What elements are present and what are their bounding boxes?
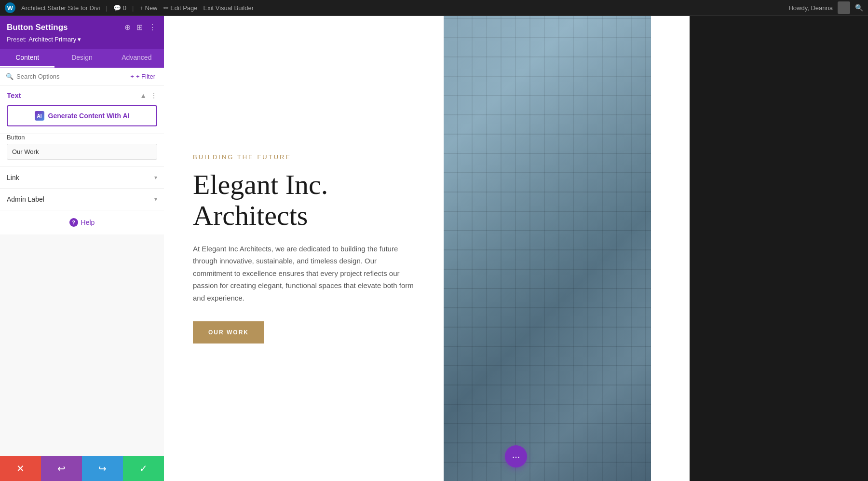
wordpress-icon[interactable]: W	[5, 2, 15, 13]
save-button[interactable]: ✓	[123, 456, 164, 481]
topbar-right: Howdy, Deanna 🔍	[788, 1, 863, 14]
link-section: Link ▾	[0, 167, 164, 189]
link-section-title: Link	[7, 174, 19, 181]
separator2: |	[132, 4, 134, 12]
layout-icon[interactable]: ⊞	[136, 22, 144, 33]
sidebar-tabs: Content Design Advanced	[0, 49, 164, 68]
new-button[interactable]: + New	[139, 4, 157, 12]
admin-label-title: Admin Label	[7, 195, 44, 203]
button-label-section: Button	[0, 134, 164, 167]
howdy-text: Howdy, Deanna	[788, 4, 833, 12]
search-icon[interactable]: 🔍	[855, 4, 863, 12]
fab-icon: ···	[512, 451, 520, 462]
main-area: Button Settings ⊕ ⊞ ⋮ Preset: Architect …	[0, 16, 868, 481]
tab-advanced[interactable]: Advanced	[109, 49, 164, 68]
search-icon: 🔍	[6, 73, 14, 80]
hero-body: At Elegant Inc Architects, we are dedica…	[193, 243, 415, 304]
hero-section: BUILDING THE FUTURE Elegant Inc. Archite…	[164, 16, 868, 481]
collapse-icon[interactable]: ▲	[140, 92, 147, 99]
canvas-area: BUILDING THE FUTURE Elegant Inc. Archite…	[164, 16, 868, 481]
building-image	[444, 16, 651, 481]
ai-icon: AI	[35, 111, 44, 121]
filter-button[interactable]: + + Filter	[127, 72, 158, 81]
dark-side-right	[690, 16, 868, 481]
preset-row: Preset: Architect Primary ▾ ◀━━━	[7, 36, 157, 43]
redo-button[interactable]: ↪	[82, 456, 123, 481]
button-text-input[interactable]	[7, 144, 157, 160]
more-options-icon[interactable]: ⋮	[148, 22, 157, 33]
link-section-header[interactable]: Link ▾	[0, 167, 164, 188]
preset-label: Preset:	[7, 36, 27, 43]
comment-icon: 💬	[113, 4, 121, 12]
separator: |	[106, 4, 107, 12]
sidebar-title: Button Settings	[7, 23, 68, 32]
text-section-icons: ▲ ⋮	[140, 92, 157, 99]
chevron-down-icon: ▾	[78, 36, 81, 43]
admin-label-section: Admin Label ▾	[0, 189, 164, 210]
admin-label-header[interactable]: Admin Label ▾	[0, 189, 164, 210]
sidebar-header: Button Settings ⊕ ⊞ ⋮ Preset: Architect …	[0, 16, 164, 49]
search-input[interactable]	[16, 73, 124, 80]
text-section-header[interactable]: Text ▲ ⋮	[0, 85, 164, 105]
chevron-down-icon-2: ▾	[154, 196, 157, 203]
exit-visual-builder-button[interactable]: Exit Visual Builder	[203, 4, 254, 12]
tab-design[interactable]: Design	[54, 49, 109, 68]
hero-cta-button[interactable]: OUR WORK	[193, 321, 264, 344]
sidebar: Button Settings ⊕ ⊞ ⋮ Preset: Architect …	[0, 16, 164, 481]
text-section-content: AI Generate Content With AI	[0, 105, 164, 133]
hero-title: Elegant Inc. Architects	[193, 169, 415, 231]
site-name[interactable]: Architect Starter Site for Divi	[21, 4, 100, 12]
page-preview: BUILDING THE FUTURE Elegant Inc. Archite…	[164, 16, 868, 481]
chevron-down-icon: ▾	[154, 174, 157, 181]
copy-icon[interactable]: ⊕	[123, 22, 132, 33]
text-section: Text ▲ ⋮ AI Generate Content With AI	[0, 85, 164, 133]
sidebar-title-row: Button Settings ⊕ ⊞ ⋮	[7, 22, 157, 33]
tab-content[interactable]: Content	[0, 49, 54, 68]
help-icon: ?	[69, 218, 78, 227]
fab-button[interactable]: ···	[505, 445, 527, 467]
preset-value[interactable]: Architect Primary ▾ ◀━━━	[28, 36, 81, 43]
ai-generate-button[interactable]: AI Generate Content With AI	[7, 105, 157, 126]
edit-page-button[interactable]: ✏ Edit Page	[163, 4, 198, 12]
sidebar-bottom: ✕ ↩ ↪ ✓	[0, 456, 164, 481]
building-overlay	[444, 16, 651, 481]
section-more-icon[interactable]: ⋮	[150, 92, 157, 99]
hero-subtitle: BUILDING THE FUTURE	[193, 153, 415, 161]
sidebar-title-icons: ⊕ ⊞ ⋮	[123, 22, 157, 33]
hero-left: BUILDING THE FUTURE Elegant Inc. Archite…	[164, 16, 444, 481]
filter-icon: +	[130, 73, 134, 80]
button-label-title: Button	[7, 134, 157, 141]
sidebar-content: 🔍 + + Filter Text ▲ ⋮	[0, 68, 164, 456]
hero-right	[444, 16, 651, 481]
topbar: W Architect Starter Site for Divi | 💬 0 …	[0, 0, 868, 16]
text-section-title: Text	[7, 91, 21, 99]
search-bar: 🔍 + + Filter	[0, 68, 164, 85]
help-section[interactable]: ? Help	[0, 210, 164, 234]
comments-link[interactable]: 💬 0	[113, 4, 126, 12]
cancel-button[interactable]: ✕	[0, 456, 41, 481]
undo-button[interactable]: ↩	[41, 456, 82, 481]
avatar[interactable]	[838, 1, 850, 14]
